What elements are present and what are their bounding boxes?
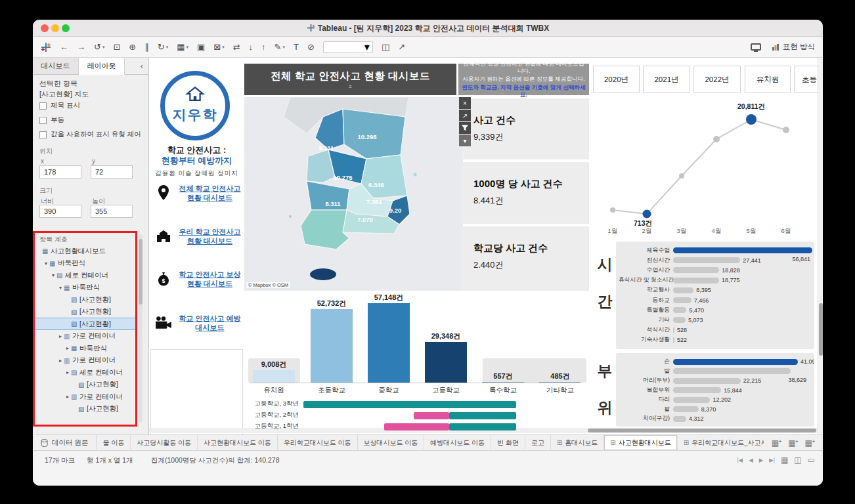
share-icon[interactable]: ↗: [398, 42, 405, 52]
hierarchy-item[interactable]: ▾▦바둑판식: [34, 282, 136, 293]
hbar-row-석식시간[interactable]: 석식시간528: [619, 326, 814, 335]
grade-bar-segment-pink[interactable]: [384, 423, 449, 430]
sheet-tab-사고현황대시보드 이동[interactable]: 사고현황대시보드 이동: [198, 435, 278, 450]
nav-item-2[interactable]: 우리 학교 안전사고 현황 대시보드: [154, 227, 244, 246]
monthly-line-chart[interactable]: 713건 20,811건 1월 2월 3월 4월 5월 6월: [593, 97, 818, 238]
hierarchy-item[interactable]: ▧[사고현황]: [34, 379, 136, 390]
sheet-tab-홈대시보드[interactable]: ⊞홈대시보드: [551, 435, 604, 450]
hbar-row-복합부위[interactable]: 복합부위15,844: [619, 386, 814, 396]
collapse-panel-icon[interactable]: ‹: [125, 58, 148, 75]
hbar[interactable]: [673, 406, 699, 412]
hbar-row-팔[interactable]: 팔8,370: [619, 405, 814, 415]
bar-특수학교[interactable]: [482, 382, 524, 383]
sort-descending-icon[interactable]: ↑: [261, 42, 266, 52]
list-view-icon[interactable]: ▭: [808, 455, 815, 465]
dashboard-vertical-scrollbar[interactable]: [818, 58, 823, 434]
refresh-icon[interactable]: ↻▾: [158, 42, 168, 52]
filter-year-2020[interactable]: 2020년: [593, 66, 640, 93]
bar-중학교[interactable]: [368, 303, 410, 383]
filter-level-elementary[interactable]: 초등학교: [794, 66, 818, 93]
grade-bar-segment-teal[interactable]: [303, 401, 516, 408]
tab-dashboard[interactable]: 대시보드: [33, 58, 79, 75]
expander-icon[interactable]: ▸: [64, 369, 71, 375]
hierarchy-item[interactable]: ▦사고현황대시보드: [34, 245, 136, 257]
sheet-tab-우리학교대시보드_사고시간[interactable]: ⊞우리학교대시보드_사고시간: [678, 435, 777, 450]
hbar-row-등하교[interactable]: 등하교7,466: [619, 295, 814, 305]
nav-item-3[interactable]: $학교 안전사고 보상 현황 대시보드: [154, 270, 244, 289]
grade-bar-segment-teal[interactable]: [449, 412, 516, 419]
export-icon[interactable]: ↗: [459, 110, 471, 121]
width-field[interactable]: [39, 205, 81, 218]
checkbox-icon[interactable]: [39, 117, 47, 124]
minimize-window-button[interactable]: [51, 24, 59, 32]
hierarchy-item[interactable]: ▸▦바둑판식: [34, 343, 136, 354]
sheet-tab-보상대시보드 이동[interactable]: 보상대시보드 이동: [358, 435, 425, 450]
checkbox-control-visibility[interactable]: 값을 사용하여 표시 유형 제어: [39, 130, 144, 139]
forward-icon[interactable]: →: [77, 42, 85, 52]
hbar[interactable]: [673, 327, 674, 333]
sheet-tab-빈 화면[interactable]: 빈 화면: [491, 435, 525, 450]
bar-기타학교[interactable]: [539, 382, 581, 383]
hbar-row-손[interactable]: 손41,092: [619, 357, 814, 367]
tableau-home-icon[interactable]: [41, 42, 51, 52]
nav-item-1-active[interactable]: 전체 학교 안전사고 현황 대시보드: [154, 184, 244, 203]
sheet-tab-로고[interactable]: 로고: [525, 435, 551, 450]
expander-icon[interactable]: ▸: [64, 394, 71, 400]
zoom-window-button[interactable]: [62, 24, 70, 32]
swap-axes-icon[interactable]: ⇄: [233, 42, 240, 52]
hierarchy-item[interactable]: ▸▤세로 컨테이너: [34, 367, 136, 378]
point-jan[interactable]: [610, 207, 615, 213]
sort-ascending-icon[interactable]: ↓: [249, 42, 253, 52]
hbar-row-휴식시간 및 청소시간[interactable]: 휴식시간 및 청소시간18,775: [619, 276, 814, 285]
panel-scrollbar-thumb[interactable]: [139, 239, 142, 304]
sheet-tab-사고당시활동 이동[interactable]: 사고당시활동 이동: [131, 435, 198, 450]
hbar[interactable]: [673, 359, 798, 365]
hbar[interactable]: [673, 297, 691, 303]
nav-link-label[interactable]: 전체 학교 안전사고 현황 대시보드: [175, 184, 244, 203]
hbar[interactable]: [673, 257, 740, 263]
new-dashboard-tab-icon[interactable]: ▦+: [788, 438, 798, 448]
clear-sheet-icon[interactable]: ⊠▾: [213, 42, 224, 52]
hbar[interactable]: [673, 397, 710, 403]
new-worksheet-tab-icon[interactable]: ▦+: [772, 438, 781, 448]
hierarchy-item[interactable]: ▧[사고현황]: [34, 306, 136, 318]
grade-bar-segment-teal[interactable]: [449, 423, 516, 430]
close-window-button[interactable]: [41, 24, 49, 32]
bar-유치원[interactable]: [253, 370, 295, 383]
sheet-tab-물 이동[interactable]: 물 이동: [97, 435, 131, 450]
hbar-row-체육수업[interactable]: 체육수업: [619, 245, 814, 255]
hbar[interactable]: [673, 368, 791, 374]
height-field[interactable]: [91, 205, 133, 218]
checkbox-icon[interactable]: [39, 102, 47, 110]
new-worksheet-icon[interactable]: ▦▾: [177, 42, 188, 52]
back-icon[interactable]: ←: [60, 42, 68, 52]
hierarchy-item[interactable]: ▸▥가로 컨테이너: [34, 355, 136, 366]
expander-icon[interactable]: ▾: [43, 261, 49, 266]
hierarchy-item[interactable]: ▧[사고현황]: [34, 404, 136, 415]
korea-map[interactable]: 9.11110.29810.7756.3468.3117.3617.0709.2…: [244, 97, 463, 291]
nav-link-label[interactable]: 학교 안전사고 보상 현황 대시보드: [175, 270, 244, 289]
pause-updates-icon[interactable]: ∥: [144, 42, 149, 52]
hbar[interactable]: [673, 337, 674, 343]
hbar[interactable]: [673, 278, 719, 284]
last-tab-icon[interactable]: ▶|: [769, 457, 775, 463]
first-tab-icon[interactable]: |◀: [737, 457, 743, 463]
fit-selector[interactable]: ▾: [323, 41, 373, 53]
highlight-icon[interactable]: ✎▾: [274, 42, 285, 52]
point-mar[interactable]: [679, 173, 684, 178]
hbar[interactable]: [673, 387, 721, 393]
filmstrip-view-icon[interactable]: ◫: [794, 455, 801, 465]
checkbox-icon[interactable]: [39, 131, 47, 138]
close-icon[interactable]: ×: [459, 97, 471, 109]
show-mark-labels-icon[interactable]: ◫: [382, 42, 389, 52]
filter-icon[interactable]: [459, 122, 471, 134]
text-label-icon[interactable]: T: [294, 42, 299, 52]
data-source-tab[interactable]: 데이터 원본: [33, 435, 97, 450]
sheet-tab-사고현황대시보드-active[interactable]: ⊞사고현황대시보드: [604, 435, 677, 450]
hierarchy-item[interactable]: ▸▥가로 컨테이너: [34, 391, 136, 402]
y-position-field[interactable]: [91, 165, 133, 178]
grade-bar-segment-pink[interactable]: [414, 412, 449, 419]
hbar-row-학교행사[interactable]: 학교행사8,395: [619, 285, 814, 295]
expander-icon[interactable]: ▸: [57, 333, 64, 339]
hbar[interactable]: [673, 378, 741, 384]
